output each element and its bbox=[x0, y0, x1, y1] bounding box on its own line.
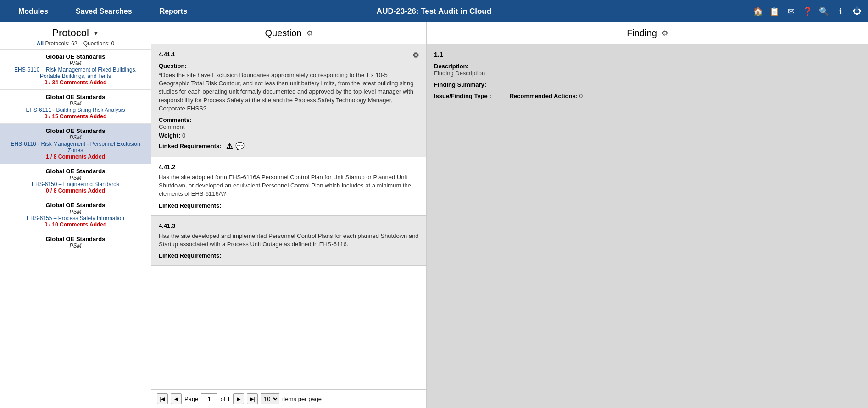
protocol-psm: PSM bbox=[6, 243, 145, 249]
question-number: 4.41.2 bbox=[159, 164, 175, 171]
page-number-input[interactable] bbox=[201, 393, 217, 404]
first-page-button[interactable]: |◀ bbox=[157, 393, 168, 404]
protocol-item[interactable]: Global OE Standards PSM EHS-6111 - Build… bbox=[0, 90, 151, 124]
home-icon[interactable]: 🏠 bbox=[751, 5, 764, 18]
share-icon[interactable]: ⚙ bbox=[412, 51, 419, 60]
comment-count: 0 / 34 Comments Added bbox=[45, 79, 107, 86]
audit-title: AUD-23-26: Test Audit in Cloud bbox=[377, 7, 491, 16]
protocol-item[interactable]: Global OE Standards PSM EHS-6150 – Engin… bbox=[0, 164, 151, 198]
finding-header: Finding ⚙ bbox=[427, 22, 868, 44]
protocol-name: EHS-6155 – Process Safety Information bbox=[6, 215, 145, 221]
linked-req-label: Linked Requirements: bbox=[159, 252, 222, 259]
comments-value: Comment bbox=[159, 123, 184, 130]
pagination-bar: |◀ ◀ Page of 1 ▶ ▶| 10 25 50 items per p… bbox=[151, 389, 426, 408]
right-panel: Finding ⚙ 1.1 Description: Finding Descr… bbox=[427, 22, 868, 408]
linked-requirements: Linked Requirements: bbox=[159, 252, 419, 259]
description-label: Description: bbox=[434, 63, 861, 70]
linked-requirements: Linked Requirements: ⚠ 💬 bbox=[159, 142, 419, 150]
nav-left: Modules Saved Searches Reports bbox=[5, 0, 201, 22]
nav-right: 🏠 📋 ✉ ❓ 🔍 ℹ ⏻ bbox=[751, 5, 863, 18]
logout-icon[interactable]: ⏻ bbox=[851, 5, 863, 18]
linked-req-label: Linked Requirements: bbox=[159, 143, 222, 149]
warning-icon[interactable]: ⚠ bbox=[226, 142, 233, 150]
main-layout: Protocol ▼ All Protocols: 62 Questions: … bbox=[0, 22, 868, 408]
questions-count: Questions: 0 bbox=[83, 40, 114, 47]
description-value: Finding Description bbox=[434, 70, 861, 77]
protocol-name: EHS-6110 – Risk Management of Fixed Buil… bbox=[6, 66, 145, 79]
protocol-group: Global OE Standards bbox=[6, 236, 145, 243]
comment-count: 0 / 10 Comments Added bbox=[45, 221, 107, 228]
comment-count: 0 / 8 Comments Added bbox=[46, 187, 105, 194]
protocol-title: Protocol ▼ bbox=[5, 27, 146, 39]
protocol-counts: All Protocols: 62 Questions: 0 bbox=[5, 40, 146, 47]
protocol-header: Protocol ▼ All Protocols: 62 Questions: … bbox=[0, 22, 151, 50]
question-number: 4.41.1 bbox=[159, 51, 175, 58]
protocol-psm: PSM bbox=[6, 60, 145, 66]
protocol-group: Global OE Standards bbox=[6, 168, 145, 175]
issue-field: Issue/Finding Type : bbox=[434, 93, 491, 99]
of-label: of 1 bbox=[220, 396, 230, 402]
protocol-name: EHS-6116 - Risk Management - Personnel E… bbox=[6, 141, 145, 154]
protocol-psm: PSM bbox=[6, 100, 145, 107]
question-number-row: 4.41.1 ⚙ bbox=[159, 51, 419, 60]
last-page-button[interactable]: ▶| bbox=[247, 393, 258, 404]
protocol-group: Global OE Standards bbox=[6, 53, 145, 60]
protocol-label: Protocol bbox=[52, 27, 89, 39]
per-page-select[interactable]: 10 25 50 bbox=[261, 393, 279, 404]
weight-value: 0 bbox=[182, 132, 185, 139]
finding-gear-icon[interactable]: ⚙ bbox=[662, 29, 668, 38]
items-per-page-label: items per page bbox=[282, 396, 322, 402]
question-field-label: Question: bbox=[159, 62, 187, 69]
question-title: Question bbox=[265, 28, 301, 39]
question-gear-icon[interactable]: ⚙ bbox=[306, 29, 313, 38]
protocol-comments: 0 / 8 Comments Added bbox=[6, 187, 145, 194]
question-number-row: 4.41.2 bbox=[159, 164, 419, 171]
protocols-count: Protocols: 62 bbox=[45, 40, 77, 47]
comments-field: Comments: Comment bbox=[159, 116, 419, 130]
weight-field: Weight: 0 bbox=[159, 132, 419, 139]
summary-field: Finding Summary: bbox=[434, 81, 861, 88]
help-icon[interactable]: ❓ bbox=[801, 5, 814, 18]
recommended-field: Recommended Actions: 0 bbox=[510, 93, 583, 99]
question-label-field: Question: bbox=[159, 62, 419, 69]
protocol-item[interactable]: Global OE Standards PSM EHS-6155 – Proce… bbox=[0, 198, 151, 232]
search-icon[interactable]: 🔍 bbox=[818, 5, 830, 18]
filter-icon[interactable]: ▼ bbox=[93, 29, 99, 37]
comment-bubble-icon[interactable]: 💬 bbox=[235, 142, 245, 150]
question-text: *Does the site have Exclusion Boundaries… bbox=[159, 71, 419, 113]
protocol-item[interactable]: Global OE Standards PSM bbox=[0, 232, 151, 253]
mail-icon[interactable]: ✉ bbox=[785, 5, 797, 18]
question-block: 4.41.1 ⚙ Question: *Does the site have E… bbox=[151, 44, 426, 157]
nav-modules[interactable]: Modules bbox=[5, 0, 62, 22]
protocol-psm: PSM bbox=[6, 175, 145, 181]
finding-title: Finding bbox=[627, 28, 657, 39]
question-header: Question ⚙ bbox=[151, 22, 426, 44]
finding-content: 1.1 Description: Finding Description Fin… bbox=[427, 44, 868, 408]
protocol-name: EHS-6150 – Engineering Standards bbox=[6, 181, 145, 187]
info-icon[interactable]: ℹ bbox=[834, 5, 847, 18]
comments-label: Comments: bbox=[159, 116, 192, 123]
prev-page-button[interactable]: ◀ bbox=[171, 393, 182, 404]
protocol-name: EHS-6111 - Building Siting Risk Analysis bbox=[6, 107, 145, 113]
list-icon[interactable]: 📋 bbox=[768, 5, 781, 18]
protocol-item-selected[interactable]: Global OE Standards PSM EHS-6116 - Risk … bbox=[0, 124, 151, 164]
link-icons: ⚠ 💬 bbox=[226, 142, 245, 150]
protocol-comments: 0 / 15 Comments Added bbox=[6, 113, 145, 120]
nav-reports[interactable]: Reports bbox=[146, 0, 201, 22]
question-text: Has the site developed and implemented P… bbox=[159, 232, 419, 248]
top-nav: Modules Saved Searches Reports AUD-23-26… bbox=[0, 0, 868, 22]
recommended-label: Recommended Actions: bbox=[510, 93, 578, 99]
page-label: Page bbox=[184, 396, 198, 402]
nav-saved-searches[interactable]: Saved Searches bbox=[62, 0, 146, 22]
questions-list: 4.41.1 ⚙ Question: *Does the site have E… bbox=[151, 44, 426, 389]
finding-bottom-row: Issue/Finding Type : Recommended Actions… bbox=[434, 93, 861, 99]
question-number: 4.41.3 bbox=[159, 222, 175, 229]
protocol-comments: 1 / 8 Comments Added bbox=[6, 154, 145, 160]
all-protocols-link[interactable]: All bbox=[37, 40, 44, 47]
left-panel: Protocol ▼ All Protocols: 62 Questions: … bbox=[0, 22, 151, 408]
comment-count: 1 / 8 Comments Added bbox=[46, 154, 105, 160]
protocol-group: Global OE Standards bbox=[6, 127, 145, 134]
protocol-item[interactable]: Global OE Standards PSM EHS-6110 – Risk … bbox=[0, 50, 151, 90]
next-page-button[interactable]: ▶ bbox=[233, 393, 244, 404]
description-field: Description: Finding Description bbox=[434, 63, 861, 77]
